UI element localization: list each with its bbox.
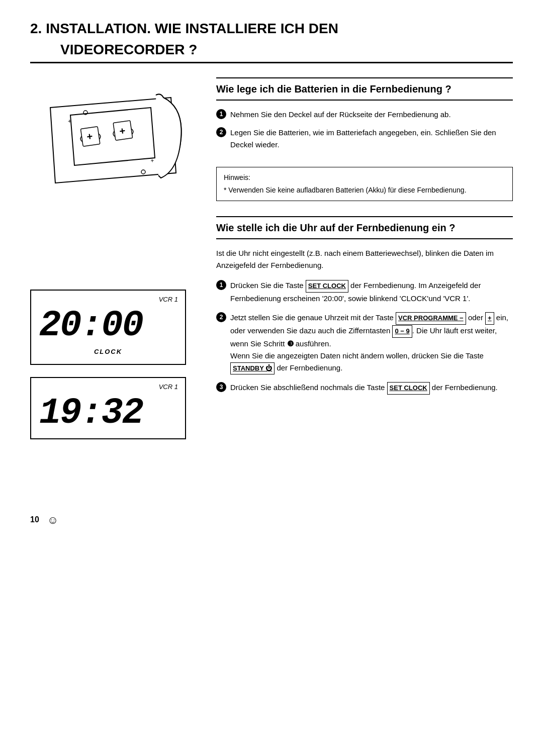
note-text: * Verwenden Sie keine aufladbaren Batter…: [224, 185, 505, 196]
main-layout: + + + + Wie lege i: [30, 77, 513, 279]
clock-digits-1: 20:00: [39, 308, 177, 344]
clock-step-num-3: 3: [216, 382, 226, 392]
step-number-1: 1: [216, 109, 226, 119]
right-column-batteries: Wie lege ich die Batterien in die Fernbe…: [216, 77, 513, 279]
page-number: 10: [30, 514, 39, 526]
set-clock-key-1: SET CLOCK: [306, 280, 348, 293]
clock-step-3: 3 Drücken Sie abschließend nochmals die …: [216, 382, 513, 395]
left-column: + + + +: [30, 77, 201, 279]
batteries-step-1: 1 Nehmen Sie den Deckel auf der Rückseit…: [216, 109, 513, 121]
step-3-ref: ❸: [287, 339, 294, 348]
set-clock-key-2: SET CLOCK: [387, 382, 430, 395]
battery-diagram: + + + +: [30, 82, 186, 198]
battery-illustration: + + + +: [30, 82, 186, 198]
clock-displays: VCR 1 20:00 CLOCK VCR 1 19:32: [30, 279, 201, 451]
page-title-block: 2. INSTALLATION. WIE INSTALLIERE ICH DEN…: [30, 20, 513, 63]
page-footer: 10 ☺: [30, 512, 513, 528]
batteries-step-1-text: Nehmen Sie den Deckel auf der Rückseite …: [230, 109, 451, 121]
batteries-step-2: 2 Legen Sie die Batterien, wie im Batter…: [216, 127, 513, 151]
clock-intro-text: Ist die Uhr nicht eingestellt (z.B. nach…: [216, 247, 513, 271]
vcr-label-2: VCR 1: [159, 382, 178, 392]
batteries-section-header: Wie lege ich die Batterien in die Fernbe…: [216, 77, 513, 101]
clock-display-2: VCR 1 19:32: [30, 377, 186, 439]
clock-sub-label-1: CLOCK: [39, 347, 177, 357]
clock-section-grid: VCR 1 20:00 CLOCK VCR 1 19:32 1 Drücken …: [30, 279, 513, 451]
clock-step-2-text: Jetzt stellen Sie die genaue Uhrzeit mit…: [230, 312, 513, 374]
clock-display-1: VCR 1 20:00 CLOCK: [30, 290, 186, 365]
clock-step-num-2: 2: [216, 312, 226, 322]
batteries-step-2-text: Legen Sie die Batterien, wie im Batterie…: [230, 127, 513, 151]
clock-heading: Wie stelle ich die Uhr auf der Fernbedie…: [216, 221, 513, 234]
clock-step-1-text: Drücken Sie die Taste SET CLOCK der Fern…: [230, 279, 513, 305]
smiley-icon: ☺: [47, 512, 58, 528]
clock-step-1: 1 Drücken Sie die Taste SET CLOCK der Fe…: [216, 279, 513, 305]
note-box: Hinweis: * Verwenden Sie keine aufladbar…: [216, 167, 513, 201]
clock-section-header: Wie stelle ich die Uhr auf der Fernbedie…: [216, 216, 513, 239]
clock-step-2: 2 Jetzt stellen Sie die genaue Uhrzeit m…: [216, 312, 513, 374]
standby-key: STANDBY ⏻: [230, 362, 275, 375]
batteries-heading: Wie lege ich die Batterien in die Fernbe…: [216, 82, 513, 96]
clock-digits-2: 19:32: [39, 395, 177, 431]
clock-step-3-text: Drücken Sie abschließend nochmals die Ta…: [230, 382, 498, 395]
batteries-instruction-list: 1 Nehmen Sie den Deckel auf der Rückseit…: [216, 109, 513, 157]
vcr-programme-key: VCR PROGRAMME −: [396, 312, 466, 325]
plus-key: +: [485, 312, 494, 325]
page-title-line2: VIDEORECORDER ?: [30, 41, 513, 58]
step-number-2: 2: [216, 127, 226, 137]
clock-steps-column: 1 Drücken Sie die Taste SET CLOCK der Fe…: [216, 279, 513, 451]
vcr-label-1: VCR 1: [159, 295, 178, 305]
digit-key: 0 − 9: [392, 325, 412, 338]
clock-step-num-1: 1: [216, 280, 226, 290]
note-title: Hinweis:: [224, 172, 505, 183]
page-title-line1: 2. INSTALLATION. WIE INSTALLIERE ICH DEN: [30, 20, 513, 37]
